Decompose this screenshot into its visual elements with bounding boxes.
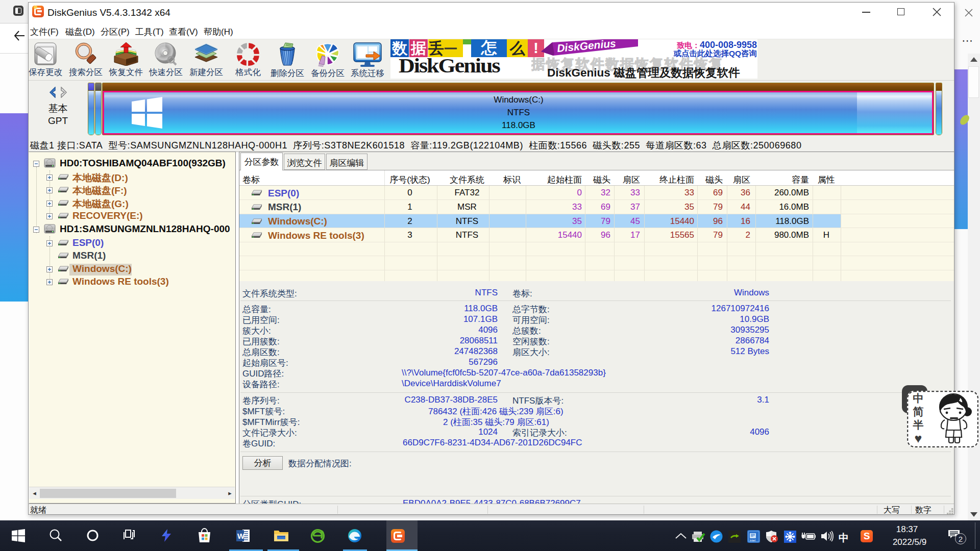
svg-text:W: W <box>237 532 245 540</box>
svg-text:intel: intel <box>750 539 755 542</box>
